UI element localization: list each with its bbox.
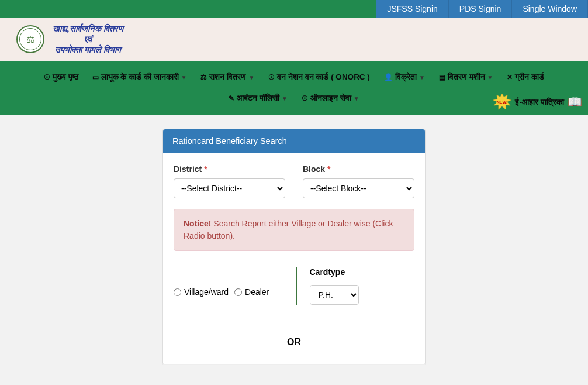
nav-online-label: ऑनलाइन सेवा	[310, 94, 351, 103]
notice-alert: Notice! Search Report either Village or …	[174, 209, 414, 251]
cardtype-label: Cardtype	[310, 267, 415, 277]
nav-onorc[interactable]: ☉ वन नेशन वन कार्ड ( ONORC )	[261, 67, 377, 88]
dept-title-line1: खाद्य,सार्वजनिक वितरण	[53, 23, 123, 34]
dealer-radio-label[interactable]: Dealer	[234, 287, 269, 297]
content-area: Rationcard Beneficiary Search District *…	[0, 115, 588, 365]
nav-cardinfo[interactable]: ▭ लाभूक के कार्ड की जानकारी ▼	[85, 67, 194, 88]
scale-icon: ⚖	[200, 73, 207, 81]
rationcard-search-panel: Rationcard Beneficiary Search District *…	[162, 129, 426, 365]
chevron-down-icon: ▼	[419, 74, 425, 81]
nav-greencard-label: ग्रीन कार्ड	[515, 73, 544, 82]
single-window-button[interactable]: Single Window	[512, 0, 588, 18]
dealer-radio[interactable]	[234, 288, 242, 296]
new-badge-icon: NEW!	[493, 94, 511, 110]
village-radio-label[interactable]: Village/ward	[174, 287, 229, 297]
nav-machine-label: वितरण मशीन	[448, 73, 485, 82]
check-icon: ✕	[507, 73, 513, 81]
main-nav: ☉ मुख्य पृष्ठ ▭ लाभूक के कार्ड की जानकार…	[0, 61, 588, 115]
dashboard-icon: ☉	[44, 73, 50, 81]
nav-policy-label: आबंटन पॉलिसी	[237, 94, 279, 103]
machine-icon: ▤	[439, 73, 445, 81]
card-icon: ▭	[92, 73, 99, 81]
nav-cardinfo-label: लाभूक के कार्ड की जानकारी	[101, 73, 179, 82]
nav-ration-label: राशन वितरण	[209, 73, 246, 82]
nav-vendor-label: विक्रेता	[395, 73, 417, 82]
district-label: District *	[174, 164, 285, 174]
nav-onorc-label: वन नेशन वन कार्ड ( ONORC )	[277, 73, 370, 82]
globe-icon: ☉	[268, 73, 275, 81]
nav-online[interactable]: ☉ ऑनलाइन सेवा ▼	[295, 88, 366, 109]
top-signin-bar: JSFSS Signin PDS Signin Single Window	[0, 0, 588, 18]
panel-title: Rationcard Beneficiary Search	[163, 129, 425, 153]
ehaar-link[interactable]: NEW! ई-आहार पात्रिका 📖	[493, 94, 582, 110]
nav-policy[interactable]: ✎ आबंटन पॉलिसी ▼	[222, 88, 295, 109]
ehaar-label: ई-आहार पात्रिका	[515, 97, 564, 107]
nav-home[interactable]: ☉ मुख्य पृष्ठ	[37, 67, 85, 88]
nav-machine[interactable]: ▤ वितरण मशीन ▼	[432, 67, 500, 88]
village-radio-text: Village/ward	[184, 287, 229, 297]
pds-signin-button[interactable]: PDS Signin	[449, 0, 513, 18]
chevron-down-icon: ▼	[282, 95, 288, 102]
globe-icon: ☉	[302, 94, 308, 102]
or-separator: OR	[174, 326, 414, 364]
district-select[interactable]: --Select District--	[174, 178, 285, 198]
dept-title: खाद्य,सार्वजनिक वितरण एवं उपभोक्ता मामले…	[53, 23, 123, 55]
block-label: Block *	[303, 164, 414, 174]
svg-text:NEW!: NEW!	[497, 100, 508, 104]
block-select[interactable]: --Select Block--	[303, 178, 414, 198]
nav-home-label: मुख्य पृष्ठ	[53, 73, 78, 82]
nav-greencard[interactable]: ✕ ग्रीन कार्ड	[500, 67, 551, 88]
header-band: खाद्य,सार्वजनिक वितरण एवं उपभोक्ता मामले…	[0, 18, 588, 61]
book-icon: 📖	[568, 95, 582, 109]
cardtype-select[interactable]: P.H.	[310, 285, 359, 305]
dealer-radio-text: Dealer	[245, 287, 269, 297]
nav-ration[interactable]: ⚖ राशन वितरण ▼	[193, 67, 261, 88]
chevron-down-icon: ▼	[487, 74, 493, 81]
jsfss-signin-button[interactable]: JSFSS Signin	[376, 0, 448, 18]
chevron-down-icon: ▼	[248, 74, 254, 81]
divider	[163, 364, 425, 365]
user-icon: 👤	[384, 73, 393, 81]
dept-title-line2: एवं	[53, 34, 123, 44]
chevron-down-icon: ▼	[354, 95, 359, 102]
chevron-down-icon: ▼	[181, 74, 187, 81]
dept-title-line3: उपभोक्ता मामले विभाग	[53, 44, 123, 55]
village-radio[interactable]	[174, 288, 181, 296]
govt-emblem-icon	[16, 25, 44, 53]
nav-vendor[interactable]: 👤 विक्रेता ▼	[377, 67, 432, 88]
doc-icon: ✎	[229, 94, 234, 102]
